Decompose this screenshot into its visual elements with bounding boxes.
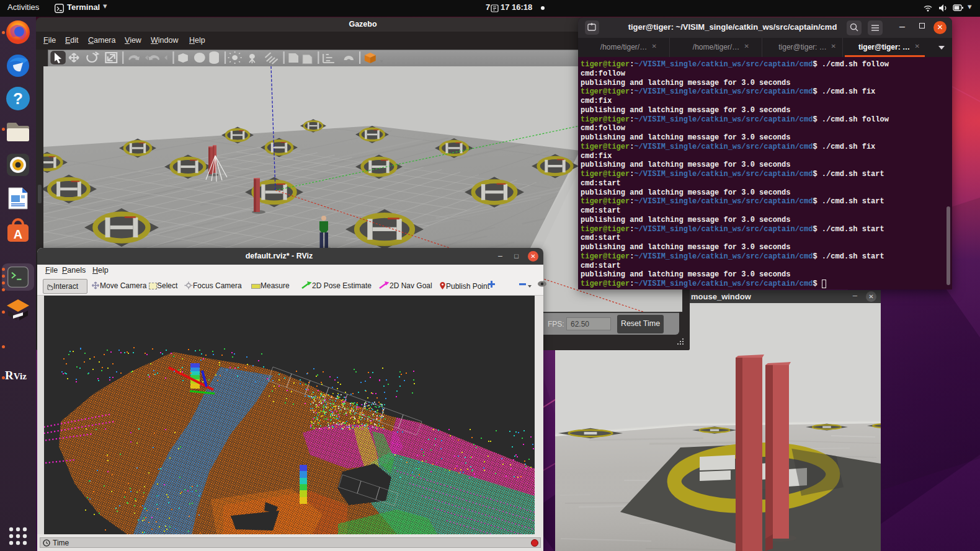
svg-text:?: ? [13, 89, 23, 108]
svg-text:A: A [14, 227, 22, 241]
